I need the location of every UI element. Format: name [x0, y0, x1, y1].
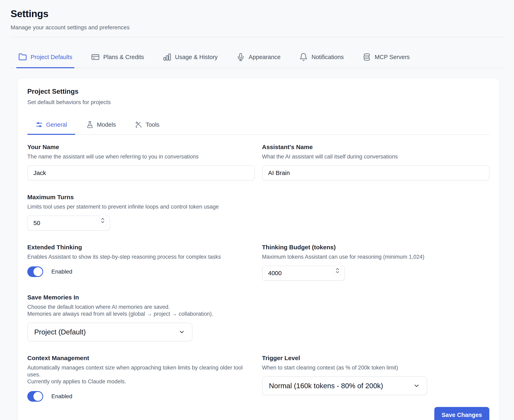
tab-usage-history[interactable]: Usage & History: [161, 37, 220, 68]
flask-icon: [86, 121, 93, 128]
trigger-level-select[interactable]: Normal (160k tokens - 80% of 200k): [262, 376, 427, 395]
save-changes-button[interactable]: Save Changes: [434, 407, 489, 420]
trigger-level-selected-value: Normal (160k tokens - 80% of 200k): [269, 382, 383, 390]
settings-tab-bar: Project Defaults Plans & Credits Usage &…: [10, 37, 504, 68]
server-stack-icon: [362, 53, 371, 61]
tab-tools[interactable]: Tools: [127, 116, 168, 135]
chevron-up-icon: [336, 268, 339, 270]
microphone-icon: [236, 53, 245, 61]
save-memories-label: Save Memories In: [27, 294, 255, 301]
chevron-down-icon: [413, 382, 420, 389]
project-settings-card: Project Settings Set default behaviors f…: [17, 78, 499, 420]
context-management-label: Context Management: [27, 354, 255, 362]
save-memories-selected-value: Project (Default): [34, 328, 86, 336]
save-memories-description-line2: Memories are always read from all levels…: [27, 310, 255, 317]
maximum-turns-description: Limits tool uses per statement to preven…: [27, 203, 255, 210]
folder-icon: [18, 53, 27, 61]
extended-thinking-field-group: Extended Thinking Enables Assistant to s…: [27, 244, 255, 277]
thinking-budget-label: Thinking Budget (tokens): [262, 244, 490, 251]
tab-mcp-servers[interactable]: MCP Servers: [360, 37, 412, 68]
page-subtitle: Manage your account settings and prefere…: [11, 24, 504, 31]
page-title: Settings: [11, 8, 504, 19]
tools-icon: [135, 121, 142, 128]
context-management-field-group: Context Management Automatically manages…: [27, 354, 255, 402]
chevron-up-icon: [101, 218, 104, 220]
tab-label: Models: [97, 121, 116, 128]
chevron-down-icon: [178, 329, 185, 335]
general-settings-form: Your Name The name the assistant will us…: [27, 143, 489, 402]
context-management-description-line1: Automatically manages context size when …: [27, 364, 255, 378]
tab-label: Project Defaults: [31, 54, 72, 60]
card-title: Project Settings: [27, 88, 489, 95]
tab-appearance[interactable]: Appearance: [234, 37, 283, 68]
context-management-description-line2: Currently only applies to Claude models.: [27, 378, 255, 385]
context-management-toggle[interactable]: [27, 391, 43, 402]
card-footer: Save Changes: [27, 407, 489, 420]
context-management-state: Enabled: [51, 393, 72, 400]
extended-thinking-state: Enabled: [51, 269, 72, 275]
assistant-name-input[interactable]: [262, 165, 490, 180]
assistant-name-label: Assistant's Name: [262, 143, 490, 151]
maximum-turns-field-group: Maximum Turns Limits tool uses per state…: [27, 194, 255, 231]
save-memories-field-group: Save Memories In Choose the default loca…: [27, 294, 255, 341]
bell-icon: [299, 53, 308, 61]
settings-page: Settings Manage your account settings an…: [0, 0, 514, 420]
assistant-name-field-group: Assistant's Name What the AI assistant w…: [262, 143, 490, 180]
chevron-down-icon: [336, 271, 339, 273]
sliders-icon: [35, 121, 43, 128]
your-name-label: Your Name: [27, 143, 255, 151]
thinking-budget-input[interactable]: [262, 266, 345, 281]
page-header: Settings Manage your account settings an…: [0, 0, 514, 31]
save-memories-select[interactable]: Project (Default): [27, 323, 192, 341]
tab-label: MCP Servers: [375, 54, 410, 60]
extended-thinking-toggle[interactable]: [27, 266, 43, 277]
thinking-budget-description: Maximum tokens Assistant can use for rea…: [262, 253, 490, 260]
tab-label: Notifications: [311, 54, 344, 60]
tab-models[interactable]: Models: [78, 116, 124, 135]
tab-notifications[interactable]: Notifications: [297, 37, 346, 68]
your-name-field-group: Your Name The name the assistant will us…: [27, 143, 255, 180]
maximum-turns-label: Maximum Turns: [27, 194, 255, 201]
card-subtitle: Set default behaviors for projects: [27, 99, 489, 105]
bar-chart-icon: [163, 53, 171, 61]
your-name-description: The name the assistant will use when ref…: [27, 153, 255, 160]
tab-project-defaults[interactable]: Project Defaults: [16, 37, 74, 68]
assistant-name-description: What the AI assistant will call itself d…: [262, 153, 490, 160]
credit-card-icon: [91, 53, 100, 61]
trigger-level-description: When to start clearing context (as % of …: [262, 364, 490, 371]
thinking-budget-stepper[interactable]: [334, 265, 341, 276]
maximum-turns-stepper[interactable]: [99, 215, 106, 226]
save-memories-description-line1: Choose the default location where AI mem…: [27, 303, 255, 310]
your-name-input[interactable]: [27, 165, 255, 180]
thinking-budget-field-group: Thinking Budget (tokens) Maximum tokens …: [262, 244, 490, 281]
trigger-level-label: Trigger Level: [262, 354, 490, 362]
tab-label: Tools: [146, 121, 160, 128]
tab-general[interactable]: General: [27, 116, 75, 135]
extended-thinking-label: Extended Thinking: [27, 244, 255, 251]
tab-label: General: [46, 121, 67, 128]
maximum-turns-input[interactable]: [27, 216, 110, 231]
trigger-level-field-group: Trigger Level When to start clearing con…: [262, 354, 490, 395]
extended-thinking-description: Enables Assistant to show its step-by-st…: [27, 253, 255, 260]
tab-label: Plans & Credits: [103, 54, 144, 60]
tab-label: Appearance: [249, 54, 280, 60]
project-settings-tab-bar: General Models Tools: [27, 116, 489, 135]
tab-label: Usage & History: [175, 54, 218, 60]
chevron-down-icon: [101, 221, 104, 223]
tab-plans-credits[interactable]: Plans & Credits: [89, 37, 146, 68]
